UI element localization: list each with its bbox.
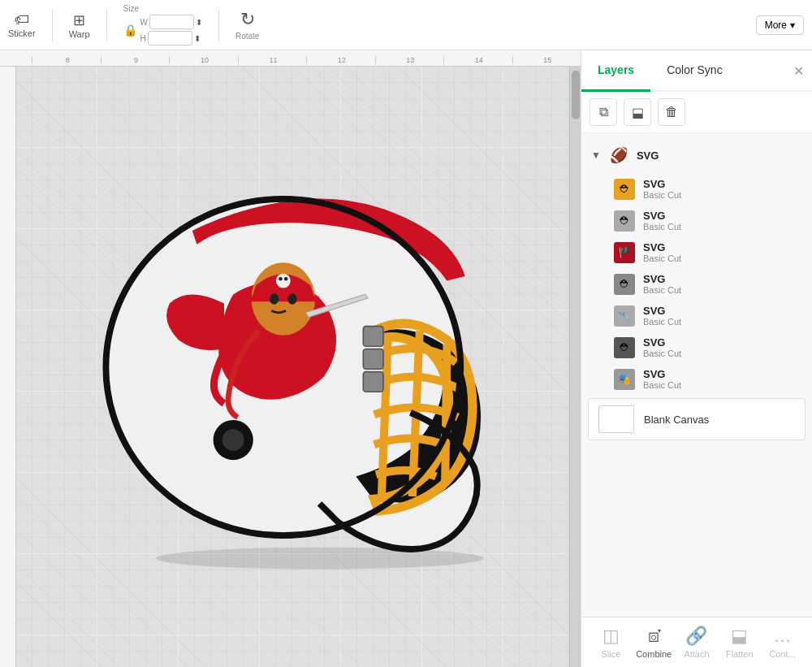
- screw2: [363, 349, 383, 370]
- layer2-thumb: ⛑: [614, 210, 635, 232]
- svg-point-2: [270, 293, 279, 304]
- size-label: Size: [123, 4, 202, 13]
- facemask-vbar3: [445, 344, 447, 486]
- ear-hole-inner: [222, 429, 244, 451]
- panel-tabs: Layers Color Sync ✕: [581, 50, 812, 92]
- blank-canvas-item[interactable]: Blank Canvas: [588, 398, 806, 440]
- ruler-mark-8: 8: [32, 56, 100, 64]
- flatten-label: Flatten: [726, 649, 754, 659]
- scrollbar-right[interactable]: [569, 67, 581, 667]
- layer1-name: SVG: [643, 178, 681, 190]
- more-label: More: [765, 19, 787, 31]
- canvas-area[interactable]: 8 9 10 11 12 13 14 15: [0, 50, 581, 667]
- screw3: [363, 372, 383, 392]
- helmet-svg: [65, 132, 520, 603]
- panel-copy-button[interactable]: ⧉: [590, 98, 617, 126]
- layer-root-thumb: 🏈: [607, 144, 630, 167]
- combine-label: Combine: [636, 649, 672, 659]
- slice-action[interactable]: ◫ Slice: [590, 626, 633, 659]
- shadow: [156, 548, 483, 570]
- layer7-sub: Basic Cut: [643, 380, 681, 390]
- layer2-sub: Basic Cut: [643, 222, 681, 232]
- combine-dropdown-arrow: ▾: [658, 627, 661, 635]
- more-button[interactable]: More ▾: [756, 15, 804, 35]
- flatten-action[interactable]: ⬓ Flatten: [718, 626, 761, 659]
- layer6-name: SVG: [643, 336, 681, 349]
- grid-canvas: [16, 67, 581, 667]
- layer-root-info: SVG: [637, 149, 659, 162]
- delete-icon: 🗑: [665, 105, 678, 119]
- attach-action[interactable]: 🔗 Attach: [676, 626, 719, 659]
- tab-layers[interactable]: Layers: [581, 50, 650, 92]
- cont-action[interactable]: … Cont...: [761, 626, 804, 659]
- ruler-mark-15: 15: [512, 56, 581, 64]
- width-label: W: [140, 18, 148, 27]
- list-item[interactable]: 🏴 SVG Basic Cut: [581, 236, 812, 268]
- panel-paste-button[interactable]: ⬓: [624, 98, 651, 126]
- helmet-container: [65, 132, 520, 603]
- svg-point-3: [287, 293, 296, 304]
- height-input[interactable]: [148, 31, 192, 45]
- ruler-mark-14: 14: [443, 56, 512, 64]
- scrollbar-thumb[interactable]: [572, 71, 580, 119]
- layer6-sub: Basic Cut: [643, 349, 681, 358]
- layer4-sub: Basic Cut: [643, 285, 681, 295]
- tab-color-sync[interactable]: Color Sync: [650, 50, 738, 92]
- list-item[interactable]: 🎭 SVG Basic Cut: [581, 363, 812, 395]
- layer5-thumb: 🔧: [614, 305, 635, 327]
- right-panel: Layers Color Sync ✕ ⧉ ⬓ 🗑 ▼: [581, 50, 812, 667]
- attach-label: Attach: [684, 649, 709, 659]
- list-item[interactable]: 🔧 SVG Basic Cut: [581, 300, 812, 331]
- svg-point-5: [279, 277, 282, 280]
- flatten-icon: ⬓: [731, 626, 748, 647]
- list-item[interactable]: ⛑ SVG Basic Cut: [581, 268, 812, 300]
- panel-delete-button[interactable]: 🗑: [658, 98, 685, 126]
- sticker-tool[interactable]: 🏷 Sticker: [8, 11, 36, 38]
- width-arrows[interactable]: ⬍: [196, 18, 202, 27]
- layer3-sub: Basic Cut: [643, 253, 681, 263]
- size-input-group: Size 🔒 W ⬍ H ⬍: [123, 4, 202, 45]
- layer5-sub: Basic Cut: [643, 317, 681, 327]
- combine-action[interactable]: ⧇ ▾ Combine: [633, 626, 676, 659]
- list-item[interactable]: ⛑ SVG Basic Cut: [581, 205, 812, 236]
- list-item[interactable]: ⛑ SVG Basic Cut: [581, 173, 812, 205]
- paste-icon: ⬓: [632, 105, 644, 120]
- layer2-info: SVG Basic Cut: [643, 210, 681, 232]
- slice-icon: ◫: [603, 626, 620, 647]
- layer3-thumb: 🏴: [614, 242, 635, 263]
- rotate-tool[interactable]: ↻ Rotate: [235, 9, 259, 41]
- layer5-name: SVG: [643, 305, 681, 317]
- layer6-thumb: ⛑: [614, 337, 635, 358]
- layers-list: ▼ 🏈 SVG ⛑ SVG Basic Cut: [581, 133, 812, 617]
- blank-canvas-thumb: [598, 405, 634, 433]
- panel-toolbar: ⧉ ⬓ 🗑: [581, 92, 812, 133]
- list-item[interactable]: ⛑ SVG Basic Cut: [581, 331, 812, 363]
- rotate-icon: ↻: [240, 9, 255, 30]
- svg-point-4: [276, 274, 291, 288]
- cont-icon: …: [774, 626, 792, 647]
- layer-group-root[interactable]: ▼ 🏈 SVG: [581, 137, 812, 173]
- panel-close-icon[interactable]: ✕: [793, 63, 804, 78]
- layer6-info: SVG Basic Cut: [643, 336, 681, 358]
- layer1-thumb: ⛑: [614, 179, 635, 200]
- ruler-mark-10: 10: [169, 56, 237, 64]
- cont-label: Cont...: [769, 649, 795, 659]
- sep1: [52, 9, 53, 41]
- more-arrow: ▾: [790, 19, 795, 31]
- width-input[interactable]: [149, 15, 194, 29]
- panel-bottom-bar: ◫ Slice ⧇ ▾ Combine 🔗 Attach ⬓ Flatten …: [581, 617, 812, 667]
- height-arrows[interactable]: ⬍: [194, 34, 201, 43]
- sticker-label: Sticker: [8, 28, 36, 38]
- layer7-name: SVG: [643, 368, 681, 380]
- layer1-sub: Basic Cut: [643, 190, 681, 200]
- main-toolbar: 🏷 Sticker ⊞ Warp Size 🔒 W ⬍ H ⬍: [0, 0, 812, 50]
- warp-tool[interactable]: ⊞ Warp: [69, 11, 90, 39]
- warp-icon: ⊞: [73, 11, 85, 29]
- copy-icon: ⧉: [599, 105, 608, 119]
- sep3: [218, 9, 219, 41]
- warp-label: Warp: [69, 29, 90, 39]
- ruler-mark-9: 9: [101, 56, 169, 64]
- layer3-name: SVG: [643, 241, 681, 253]
- layer-root-name: SVG: [637, 149, 659, 162]
- svg-point-6: [284, 277, 287, 280]
